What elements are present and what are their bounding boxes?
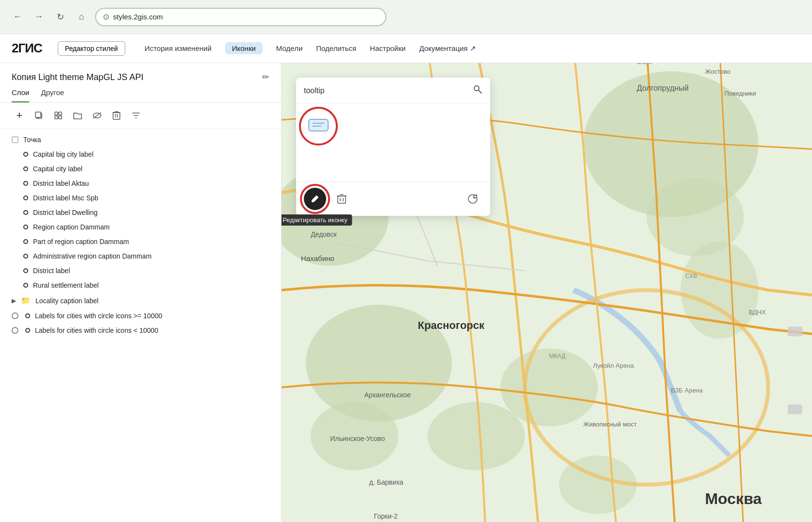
svg-text:ВДНХ: ВДНХ bbox=[749, 309, 766, 316]
forward-button[interactable]: → bbox=[31, 9, 47, 25]
edit-title-button[interactable]: ✏ bbox=[262, 72, 269, 82]
delete-icon-button[interactable] bbox=[332, 189, 351, 209]
svg-text:Нахабино: Нахабино bbox=[301, 254, 334, 262]
svg-text:Дедовск: Дедовск bbox=[311, 230, 337, 238]
folder-button[interactable] bbox=[70, 108, 85, 123]
layer-item-district-label[interactable]: District label bbox=[0, 263, 281, 278]
svg-text:СХВ: СХВ bbox=[685, 273, 697, 279]
circle-icon-ge bbox=[12, 312, 18, 319]
layer-item-capital-city[interactable]: Capital city label bbox=[0, 162, 281, 176]
layer-bullet-ge bbox=[25, 313, 30, 318]
svg-text:МКАД: МКАД bbox=[549, 353, 566, 359]
layer-item-labels-ge[interactable]: Labels for cities with circle icons >= 1… bbox=[0, 309, 281, 323]
nav-link-docs[interactable]: Документация ↗ bbox=[419, 42, 476, 55]
top-nav: 2ГИС Редактор стилей История изменений И… bbox=[0, 34, 812, 63]
nav-link-history[interactable]: История изменений bbox=[145, 42, 212, 54]
hide-layer-button[interactable] bbox=[89, 108, 105, 123]
svg-rect-45 bbox=[309, 119, 328, 131]
svg-point-17 bbox=[680, 242, 758, 339]
layer-item-admin-region[interactable]: Administrative region caption Dammam bbox=[0, 249, 281, 263]
svg-text:ВЗБ Арена: ВЗБ Арена bbox=[671, 387, 703, 394]
home-button[interactable]: ⌂ bbox=[74, 9, 89, 25]
svg-rect-1 bbox=[35, 112, 41, 117]
browser-chrome: ← → ↻ ⌂ ⊙ styles.2gis.com bbox=[0, 0, 812, 34]
layer-item-tochka[interactable]: Точка bbox=[0, 132, 281, 147]
map-area[interactable]: Долгопрудный Жостово Поведники Обня Дедо… bbox=[282, 63, 812, 522]
icon-grid bbox=[296, 104, 490, 181]
icon-popup: Редактировать иконку bbox=[296, 78, 490, 216]
layer-bullet-district-aktau bbox=[23, 181, 28, 186]
layer-item-region-dammam[interactable]: Region caption Dammam bbox=[0, 220, 281, 234]
layer-bullet-lt bbox=[25, 328, 30, 333]
layer-label-capital-city: Capital city label bbox=[33, 165, 83, 173]
app-container: 2ГИС Редактор стилей История изменений И… bbox=[0, 34, 812, 522]
svg-text:Ильинское-Усово: Ильинское-Усово bbox=[330, 435, 385, 442]
layer-item-locality-caption[interactable]: ▶ 📁 Locality caption label bbox=[0, 293, 281, 309]
layer-item-rural-settlement[interactable]: Rural settlement label bbox=[0, 278, 281, 293]
add-icon-icon bbox=[467, 194, 478, 204]
add-variant-button[interactable] bbox=[463, 189, 482, 209]
sidebar-header: Копия Light theme MapGL JS API ✏ bbox=[0, 63, 281, 82]
layer-bullet-district-msc bbox=[23, 196, 28, 200]
layer-bullet-district-label bbox=[23, 268, 28, 273]
edit-icon-tooltip: Редактировать иконку bbox=[282, 214, 352, 226]
circle-icon-lt bbox=[12, 327, 18, 334]
layer-label-tochka: Точка bbox=[23, 136, 41, 144]
layer-label-capital-big: Capital big city label bbox=[33, 150, 94, 158]
sidebar: Копия Light theme MapGL JS API ✏ Слои Др… bbox=[0, 63, 282, 522]
layer-bullet-district-dwelling bbox=[23, 210, 28, 215]
icon-item-tooltip[interactable] bbox=[304, 112, 333, 141]
edit-icon-button[interactable]: Редактировать иконку bbox=[304, 188, 326, 210]
svg-text:Долгопрудный: Долгопрудный bbox=[637, 83, 689, 92]
layer-item-district-aktau[interactable]: District label Aktau bbox=[0, 176, 281, 191]
layer-bullet-admin-region bbox=[23, 254, 28, 259]
back-button[interactable]: ← bbox=[10, 9, 25, 25]
svg-rect-4 bbox=[55, 116, 58, 119]
layer-bullet-region-dammam bbox=[23, 225, 28, 229]
layer-label-part-region: Part of region caption Dammam bbox=[33, 238, 129, 245]
nav-link-settings[interactable]: Настройки bbox=[370, 42, 406, 54]
svg-text:Красногорск: Красногорск bbox=[418, 319, 485, 331]
svg-text:Живописный мост: Живописный мост bbox=[583, 421, 637, 428]
svg-text:Архангельское: Архангельское bbox=[364, 391, 411, 399]
layer-label-locality-caption: Locality caption label bbox=[35, 297, 99, 305]
trash-icon bbox=[337, 194, 347, 204]
app-logo: 2ГИС bbox=[12, 41, 42, 56]
nav-link-share[interactable]: Поделиться bbox=[316, 42, 356, 54]
layer-item-district-dwelling[interactable]: District label Dwelling bbox=[0, 205, 281, 220]
svg-text:Москва: Москва bbox=[705, 490, 762, 507]
copy-layer-button[interactable] bbox=[31, 108, 47, 123]
sidebar-title: Копия Light theme MapGL JS API bbox=[12, 72, 144, 82]
sidebar-tabs: Слои Другое bbox=[0, 82, 281, 103]
address-bar[interactable]: ⊙ styles.2gis.com bbox=[95, 8, 386, 26]
layer-list: Точка Capital big city label Capital cit… bbox=[0, 129, 281, 522]
layer-item-capital-big[interactable]: Capital big city label bbox=[0, 147, 281, 162]
layer-item-labels-lt[interactable]: Labels for cities with circle icons < 10… bbox=[0, 323, 281, 338]
group-layer-button[interactable] bbox=[50, 108, 66, 123]
layer-item-part-region[interactable]: Part of region caption Dammam bbox=[0, 234, 281, 249]
tab-layers[interactable]: Слои bbox=[12, 88, 29, 102]
icon-search-button[interactable] bbox=[473, 84, 482, 97]
layer-bullet-capital-big bbox=[23, 152, 28, 157]
svg-rect-2 bbox=[55, 112, 58, 115]
svg-rect-42 bbox=[788, 405, 802, 414]
delete-layer-button[interactable] bbox=[109, 108, 124, 123]
tab-other[interactable]: Другое bbox=[41, 88, 64, 102]
svg-rect-41 bbox=[788, 326, 802, 336]
svg-rect-5 bbox=[59, 116, 62, 119]
filter-button[interactable] bbox=[128, 108, 144, 123]
layer-label-region-dammam: Region caption Dammam bbox=[33, 223, 110, 231]
add-layer-button[interactable]: + bbox=[12, 108, 27, 123]
map-background: Долгопрудный Жостово Поведники Обня Дедо… bbox=[282, 63, 812, 522]
style-editor-button[interactable]: Редактор стилей bbox=[58, 41, 125, 56]
layer-label-labels-ge: Labels for cities with circle icons >= 1… bbox=[35, 312, 162, 320]
nav-link-icons[interactable]: Иконки bbox=[225, 42, 263, 54]
icon-search-input[interactable] bbox=[304, 86, 473, 95]
layer-label-district-aktau: District label Aktau bbox=[33, 179, 89, 187]
address-icon: ⊙ bbox=[103, 12, 109, 21]
nav-link-models[interactable]: Модели bbox=[276, 42, 302, 54]
layer-bullet-capital-city bbox=[23, 166, 28, 171]
layer-icon-tochka bbox=[12, 136, 18, 143]
refresh-button[interactable]: ↻ bbox=[52, 9, 68, 25]
layer-item-district-msc[interactable]: District label Msc Spb bbox=[0, 191, 281, 205]
